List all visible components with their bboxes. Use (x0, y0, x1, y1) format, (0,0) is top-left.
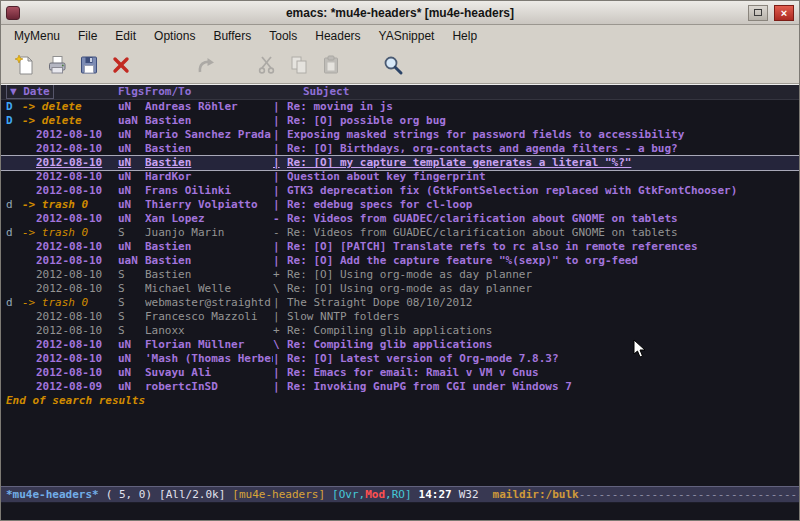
message-row[interactable]: 2012-08-10 uN Xan Lopez - Re: Videos fro… (1, 212, 799, 226)
message-row[interactable]: 2012-08-10 uN Suvayu Ali | Re: Emacs for… (1, 366, 799, 380)
menu-item-mymenu[interactable]: MyMenu (5, 27, 69, 45)
modeline-status-open: [Ovr, (332, 488, 365, 501)
maximize-button[interactable] (748, 5, 768, 21)
message-mark (6, 366, 22, 380)
menu-item-tools[interactable]: Tools (260, 27, 306, 45)
message-flags: S (118, 296, 145, 310)
message-flags: uN (118, 128, 145, 142)
cut-icon (256, 54, 278, 76)
message-row[interactable]: d -> trash 0 uN Thierry Volpiatto | Re: … (1, 198, 799, 212)
message-row[interactable]: 2012-08-10 S Francesco Mazzoli | Slow NN… (1, 310, 799, 324)
message-row[interactable]: 2012-08-10 uN Bastien | Re: [O] Birthday… (1, 142, 799, 156)
modeline[interactable]: *mu4e-headers* ( 5, 0) [All/2.0k] [mu4e-… (1, 486, 799, 503)
message-from: Bastien (145, 114, 273, 128)
message-from: Bastien (145, 254, 273, 268)
mu4e-headers-buffer: ▼ Date Flgs From/To Subject D -> delete … (1, 84, 799, 486)
paste-button[interactable] (315, 50, 347, 80)
column-header-date[interactable]: ▼ Date (6, 85, 118, 99)
column-header-subject[interactable]: Subject (273, 85, 799, 99)
menu-item-yasnippet[interactable]: YASnippet (370, 27, 444, 45)
message-row[interactable]: 2012-08-10 uN Bastien | Re: [O] [PATCH] … (1, 240, 799, 254)
sort-indicator-icon: ▼ (10, 85, 17, 98)
message-row[interactable]: 2012-08-10 uaN Bastien | Re: [O] Add the… (1, 254, 799, 268)
message-row[interactable]: 2012-08-10 uN Florian Müllner \ Re: Comp… (1, 338, 799, 352)
thread-indicator: | (273, 114, 287, 128)
message-mark: D (6, 114, 22, 128)
message-flags: uaN (118, 254, 145, 268)
message-mark (6, 240, 22, 254)
message-row[interactable]: 2012-08-10 S Bastien + Re: [O] Using org… (1, 268, 799, 282)
message-mark (6, 254, 22, 268)
message-row[interactable]: D -> delete uN Andreas Röhler | Re: movi… (1, 100, 799, 114)
message-mark (6, 380, 22, 394)
message-date: -> trash 0 (22, 226, 118, 240)
message-row[interactable]: 2012-08-09 uN robertcInSD | Re: Invoking… (1, 380, 799, 394)
message-date: 2012-08-10 (22, 156, 118, 170)
copy-button[interactable] (283, 50, 315, 80)
message-flags: uN (118, 142, 145, 156)
message-subject: Re: [O] my capture template generates a … (287, 156, 799, 170)
message-subject: Re: moving in js (287, 100, 799, 114)
menu-item-headers[interactable]: Headers (306, 27, 369, 45)
thread-indicator: | (273, 170, 287, 184)
message-from: Frans Oilinki (145, 184, 273, 198)
undo-button[interactable] (189, 50, 221, 80)
close-buffer-button[interactable] (105, 50, 137, 80)
message-row[interactable]: 2012-08-10 uN HardKor | Question about k… (1, 170, 799, 184)
print-button[interactable] (41, 50, 73, 80)
message-date: 2012-08-10 (22, 338, 118, 352)
minibuffer[interactable] (1, 503, 799, 520)
message-from: Bastien (145, 268, 273, 282)
message-row[interactable]: 2012-08-10 uN 'Mash (Thomas Herbert) | R… (1, 352, 799, 366)
save-icon (78, 54, 100, 76)
toolbar (1, 46, 799, 84)
message-date: 2012-08-10 (22, 310, 118, 324)
message-subject: The Straight Dope 08/10/2012 (287, 296, 799, 310)
message-subject: Re: Videos from GUADEC/clarification abo… (287, 212, 799, 226)
message-date: -> trash 0 (22, 296, 118, 310)
message-mark (6, 338, 22, 352)
message-from: Mario Sanchez Prada (145, 128, 273, 142)
message-row[interactable]: 2012-08-10 uN Mario Sanchez Prada | Expo… (1, 128, 799, 142)
menu-item-options[interactable]: Options (145, 27, 204, 45)
end-of-results: End of search results (1, 394, 799, 408)
message-subject: Re: [O] Using org-mode as day planner (287, 282, 799, 296)
message-subject: Re: [O] Add the capture feature "%(sexp)… (287, 254, 799, 268)
cut-button[interactable] (251, 50, 283, 80)
message-from: Andreas Röhler (145, 100, 273, 114)
menu-item-edit[interactable]: Edit (106, 27, 145, 45)
modeline-week: W32 (459, 488, 479, 501)
column-header-from[interactable]: From/To (145, 85, 273, 99)
column-header-flags[interactable]: Flgs (118, 85, 145, 99)
modeline-status-mod: Mod (365, 488, 385, 501)
message-row[interactable]: 2012-08-10 S Lanoxx + Re: Compiling glib… (1, 324, 799, 338)
thread-indicator: | (273, 156, 287, 170)
message-row[interactable]: 2012-08-10 uN Frans Oilinki | GTK3 depre… (1, 184, 799, 198)
save-button[interactable] (73, 50, 105, 80)
thread-indicator: | (273, 254, 287, 268)
message-row[interactable]: d -> trash 0 S webmaster@straightd... | … (1, 296, 799, 310)
message-row[interactable]: d -> trash 0 S Juanjo Marin - Re: Videos… (1, 226, 799, 240)
message-subject: Re: Compiling glib applications (287, 338, 799, 352)
message-from: Xan Lopez (145, 212, 273, 226)
message-subject: GTK3 deprecation fix (GtkFontSelection r… (287, 184, 799, 198)
menu-item-buffers[interactable]: Buffers (204, 27, 260, 45)
message-flags: S (118, 226, 145, 240)
modeline-buffer-size: [All/2.0k] (159, 488, 225, 501)
close-button[interactable]: × (774, 5, 794, 21)
search-button[interactable] (377, 50, 409, 80)
titlebar[interactable]: emacs: *mu4e-headers* [mu4e-headers] × (1, 1, 799, 25)
message-flags: uN (118, 380, 145, 394)
message-row[interactable]: 2012-08-10 S Michael Welle \ Re: [O] Usi… (1, 282, 799, 296)
message-from: Juanjo Marin (145, 226, 273, 240)
menu-item-help[interactable]: Help (443, 27, 486, 45)
new-file-button[interactable] (9, 50, 41, 80)
modeline-time: 14:27 (419, 488, 452, 501)
thread-indicator: | (273, 128, 287, 142)
message-mark: d (6, 226, 22, 240)
modeline-maildir: maildir:/bulk (493, 488, 579, 501)
message-row[interactable]: D -> delete uaN Bastien | Re: [O] possib… (1, 114, 799, 128)
thread-indicator: | (273, 198, 287, 212)
message-row[interactable]: 2012-08-10 uN Bastien | Re: [O] my captu… (1, 156, 799, 170)
menu-item-file[interactable]: File (69, 27, 106, 45)
